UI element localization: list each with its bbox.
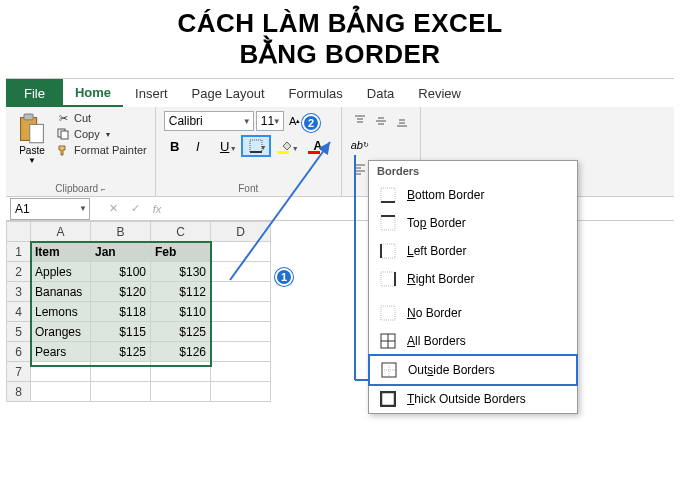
cell[interactable]: $115 bbox=[91, 322, 151, 342]
col-header-b[interactable]: B bbox=[91, 222, 151, 242]
cell[interactable]: Oranges bbox=[31, 322, 91, 342]
cell[interactable]: Item bbox=[31, 242, 91, 262]
cell[interactable]: $126 bbox=[151, 342, 211, 362]
border-bottom-icon bbox=[379, 186, 397, 204]
tab-insert[interactable]: Insert bbox=[123, 79, 180, 107]
name-box[interactable]: A1 ▼ bbox=[10, 198, 90, 220]
chevron-down-icon[interactable]: ▼ bbox=[28, 156, 36, 165]
paste-button[interactable]: Paste ▼ bbox=[14, 111, 50, 194]
chevron-down-icon: ▼ bbox=[292, 145, 299, 152]
cell[interactable] bbox=[211, 242, 271, 262]
cell[interactable] bbox=[211, 282, 271, 302]
align-left-button[interactable] bbox=[350, 159, 370, 179]
cut-button[interactable]: ✂ Cut bbox=[56, 111, 147, 125]
border-item-top[interactable]: Top Border bbox=[369, 209, 577, 237]
underline-button[interactable]: U▼ bbox=[210, 135, 240, 157]
scissors-icon: ✂ bbox=[56, 111, 70, 125]
col-header-a[interactable]: A bbox=[31, 222, 91, 242]
border-item-left[interactable]: Left Border bbox=[369, 237, 577, 265]
cell[interactable] bbox=[211, 382, 271, 402]
align-top-button[interactable] bbox=[350, 111, 370, 131]
cell[interactable]: Bananas bbox=[31, 282, 91, 302]
enter-icon[interactable]: ✓ bbox=[126, 200, 144, 218]
borders-dropdown-menu: Borders Bottom Border Top Border Left Bo… bbox=[368, 160, 578, 414]
col-header-d[interactable]: D bbox=[211, 222, 271, 242]
format-painter-button[interactable]: Format Painter bbox=[56, 143, 147, 157]
paintbrush-icon bbox=[56, 143, 70, 157]
row-header[interactable]: 8 bbox=[7, 382, 31, 402]
cell[interactable] bbox=[211, 342, 271, 362]
row-header[interactable]: 2 bbox=[7, 262, 31, 282]
tab-file[interactable]: File bbox=[6, 79, 63, 107]
cell[interactable] bbox=[151, 382, 211, 402]
cell[interactable]: $125 bbox=[91, 342, 151, 362]
cell[interactable]: Jan bbox=[91, 242, 151, 262]
page-title-line2: BẰNG BORDER bbox=[0, 39, 680, 78]
borders-button[interactable]: ▼ bbox=[241, 135, 271, 157]
cell[interactable] bbox=[151, 362, 211, 382]
font-color-button[interactable]: A ▼ bbox=[303, 135, 333, 157]
cell[interactable] bbox=[91, 362, 151, 382]
fill-color-button[interactable]: ▼ bbox=[272, 135, 302, 157]
cell[interactable] bbox=[211, 362, 271, 382]
svg-rect-46 bbox=[381, 392, 395, 406]
tab-review[interactable]: Review bbox=[406, 79, 473, 107]
cell[interactable] bbox=[211, 322, 271, 342]
border-item-bottom[interactable]: Bottom Border bbox=[369, 181, 577, 209]
cell[interactable]: $130 bbox=[151, 262, 211, 282]
italic-button[interactable]: I bbox=[187, 135, 209, 157]
cell[interactable]: $120 bbox=[91, 282, 151, 302]
border-item-thick-outside[interactable]: Thick Outside Borders bbox=[369, 385, 577, 413]
tab-data[interactable]: Data bbox=[355, 79, 406, 107]
name-box-value: A1 bbox=[15, 202, 30, 216]
cell[interactable]: $125 bbox=[151, 322, 211, 342]
cell[interactable]: $112 bbox=[151, 282, 211, 302]
font-name-combo[interactable]: Calibri ▼ bbox=[164, 111, 254, 131]
cell[interactable]: Feb bbox=[151, 242, 211, 262]
align-middle-button[interactable] bbox=[371, 111, 391, 131]
tab-home[interactable]: Home bbox=[63, 79, 123, 107]
orientation-button[interactable]: ab↻ bbox=[350, 135, 370, 155]
row-header[interactable]: 6 bbox=[7, 342, 31, 362]
cell[interactable] bbox=[31, 362, 91, 382]
row-header[interactable]: 4 bbox=[7, 302, 31, 322]
font-name-value: Calibri bbox=[169, 114, 203, 128]
cancel-icon[interactable]: ✕ bbox=[104, 200, 122, 218]
font-group-label: Font bbox=[156, 183, 341, 194]
col-header-c[interactable]: C bbox=[151, 222, 211, 242]
tab-formulas[interactable]: Formulas bbox=[277, 79, 355, 107]
row-header[interactable]: 7 bbox=[7, 362, 31, 382]
tab-page-layout[interactable]: Page Layout bbox=[180, 79, 277, 107]
cell[interactable]: Lemons bbox=[31, 302, 91, 322]
paste-icon bbox=[18, 113, 46, 145]
cell[interactable]: Pears bbox=[31, 342, 91, 362]
border-item-none[interactable]: No Border bbox=[369, 299, 577, 327]
cell[interactable]: $110 bbox=[151, 302, 211, 322]
cell[interactable]: $100 bbox=[91, 262, 151, 282]
border-thick-outside-icon bbox=[379, 390, 397, 408]
font-size-combo[interactable]: 11 ▼ bbox=[256, 111, 284, 131]
border-item-outside[interactable]: Outside Borders bbox=[368, 354, 578, 386]
border-item-right[interactable]: Right Border bbox=[369, 265, 577, 293]
cell[interactable]: $118 bbox=[91, 302, 151, 322]
row-header[interactable]: 3 bbox=[7, 282, 31, 302]
select-all-corner[interactable] bbox=[7, 222, 31, 242]
bold-button[interactable]: B bbox=[164, 135, 186, 157]
border-label: Thick Outside Borders bbox=[407, 392, 526, 406]
fx-icon[interactable]: fx bbox=[148, 200, 166, 218]
cell[interactable] bbox=[91, 382, 151, 402]
cell[interactable] bbox=[211, 262, 271, 282]
copy-button[interactable]: Copy▾ bbox=[56, 127, 147, 141]
increase-font-button[interactable]: A▴ bbox=[286, 111, 304, 131]
border-label: Outside Borders bbox=[408, 363, 495, 377]
border-item-all[interactable]: All Borders bbox=[369, 327, 577, 355]
svg-rect-39 bbox=[381, 306, 395, 320]
chevron-down-icon: ▼ bbox=[243, 117, 251, 126]
align-bottom-button[interactable] bbox=[392, 111, 412, 131]
cell[interactable] bbox=[211, 302, 271, 322]
cell[interactable] bbox=[31, 382, 91, 402]
row-header[interactable]: 1 bbox=[7, 242, 31, 262]
cell[interactable]: Apples bbox=[31, 262, 91, 282]
row-header[interactable]: 5 bbox=[7, 322, 31, 342]
border-label: All Borders bbox=[407, 334, 466, 348]
